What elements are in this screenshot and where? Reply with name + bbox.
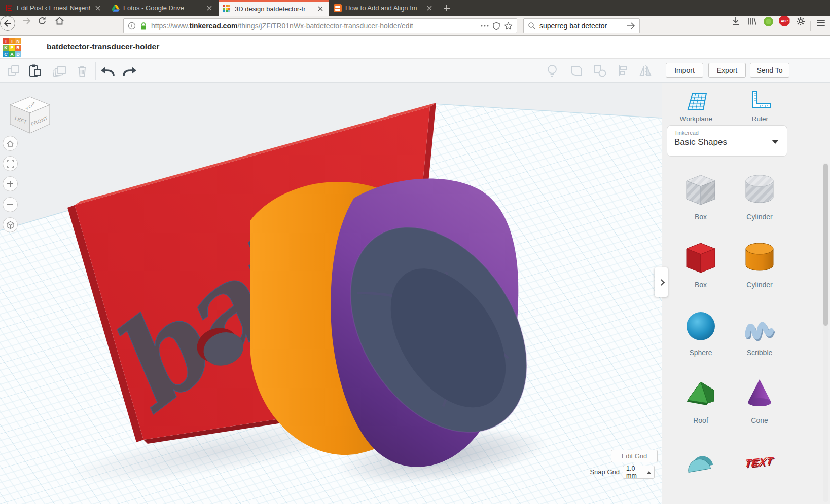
- snap-caret-icon: [647, 471, 651, 474]
- page-actions-icon[interactable]: [481, 24, 489, 27]
- group-button[interactable]: [569, 63, 584, 79]
- shape-cylinder-hole-image: [741, 172, 778, 208]
- download-icon: [731, 17, 740, 26]
- downloads-button[interactable]: [730, 16, 741, 27]
- forward-button[interactable]: [21, 15, 32, 26]
- edit-grid-button[interactable]: Edit Grid: [611, 450, 658, 462]
- search-bar[interactable]: superreg bat detector: [523, 18, 640, 33]
- perspective-toggle-button[interactable]: [3, 217, 18, 232]
- url-bar[interactable]: https://www.tinkercad.com/things/jZFiTR0…: [123, 18, 517, 33]
- design-title[interactable]: batdetector-transducer-holder: [47, 42, 159, 51]
- ruler-tool[interactable]: Ruler: [730, 89, 790, 123]
- tab-google-drive[interactable]: Fotos - Google Drive: [107, 0, 218, 16]
- show-all-button[interactable]: [545, 63, 560, 79]
- shape-box-hole-image: [682, 172, 719, 208]
- tab-instructables[interactable]: How to Add and Align Im: [330, 0, 438, 16]
- library-icon: [747, 17, 757, 26]
- redo-button[interactable]: [122, 63, 137, 79]
- shape-roof[interactable]: Roof: [674, 376, 728, 424]
- fit-view-button[interactable]: [3, 156, 18, 171]
- snap-grid-select[interactable]: 1.0 mm: [623, 466, 655, 479]
- delete-button[interactable]: [75, 63, 90, 79]
- shape-label: Sphere: [674, 348, 728, 357]
- perspective-icon: [6, 221, 15, 229]
- shapes-panel: Workplane Ruler Tinkercad Basic Shapes B…: [662, 83, 830, 504]
- shape-box-hole[interactable]: Box: [674, 172, 728, 221]
- home-view-icon: [6, 140, 14, 147]
- copy-button[interactable]: [6, 63, 21, 79]
- forward-icon: [23, 17, 31, 24]
- home-button[interactable]: [54, 15, 65, 26]
- tab-close-icon[interactable]: [205, 4, 213, 12]
- tab-close-icon[interactable]: [425, 4, 434, 12]
- redo-icon: [122, 64, 137, 77]
- browser-tab-bar: Edit Post ‹ Ernest Neijenh Fotos - Googl…: [0, 0, 830, 16]
- home-view-button[interactable]: [3, 136, 18, 151]
- adblock-button[interactable]: ABP: [779, 15, 790, 26]
- url-text: https://www.tinkercad.com/things/jZFiTR0…: [151, 22, 477, 30]
- shape-cylinder-hole[interactable]: Cylinder: [733, 172, 786, 221]
- reload-button[interactable]: [37, 15, 48, 26]
- export-button[interactable]: Export: [708, 63, 746, 78]
- tab-close-icon[interactable]: [316, 5, 324, 13]
- shape-cylinder-image: [741, 240, 778, 276]
- undo-icon: [99, 64, 115, 77]
- shape-text[interactable]: TEXT TEXT: [733, 444, 786, 481]
- ungroup-button[interactable]: [592, 63, 607, 79]
- shape-cylinder[interactable]: Cylinder: [733, 240, 786, 289]
- library-brand: Tinkercad: [674, 130, 780, 136]
- send-to-button[interactable]: Send To: [750, 63, 789, 78]
- bookmark-star-icon[interactable]: [504, 22, 513, 30]
- zoom-out-button[interactable]: [3, 197, 18, 212]
- panel-scrollbar[interactable]: [823, 163, 828, 502]
- workplane-label: Workplane: [666, 115, 727, 123]
- shape-scribble[interactable]: Scribble: [733, 308, 786, 357]
- browser-nav-bar: https://www.tinkercad.com/things/jZFiTR0…: [0, 16, 830, 36]
- menu-button[interactable]: [815, 17, 826, 28]
- ruler-icon: [747, 89, 773, 111]
- new-tab-button[interactable]: [440, 2, 453, 14]
- workplane-tool[interactable]: Workplane: [666, 89, 727, 123]
- shape-cone[interactable]: Cone: [733, 376, 786, 424]
- search-value: superreg bat detector: [539, 22, 623, 30]
- shape-label: Cylinder: [733, 281, 786, 289]
- import-button[interactable]: Import: [666, 63, 703, 78]
- paste-button[interactable]: [27, 63, 43, 79]
- undo-button[interactable]: [99, 63, 115, 79]
- shape-box-image: [682, 240, 719, 276]
- design-viewport[interactable]: bat TOP LEFT FRONT: [0, 83, 662, 504]
- zoom-in-button[interactable]: [3, 176, 18, 191]
- search-go-icon[interactable]: [626, 22, 635, 29]
- tab-tinkercad-active[interactable]: 3D design batdetector-tr: [219, 0, 329, 16]
- view-cube[interactable]: TOP LEFT FRONT: [6, 93, 57, 143]
- library-selected: Basic Shapes: [674, 137, 780, 147]
- fit-view-icon: [7, 160, 14, 168]
- tab-title: 3D design batdetector-tr: [235, 5, 313, 13]
- shape-label: Box: [674, 281, 728, 289]
- settings-button[interactable]: [795, 16, 806, 27]
- tinkercad-logo[interactable]: TIN KER CAD: [3, 38, 21, 57]
- google-drive-icon: [112, 4, 120, 12]
- library-button[interactable]: [746, 16, 757, 27]
- back-button[interactable]: [0, 16, 15, 31]
- scrollbar-thumb[interactable]: [823, 164, 828, 326]
- tinkercad-header: TIN KER CAD batdetector-transducer-holde…: [0, 36, 830, 59]
- duplicate-button[interactable]: [52, 63, 67, 79]
- align-button[interactable]: [616, 63, 631, 79]
- tab-close-icon[interactable]: [94, 4, 102, 12]
- mirror-button[interactable]: [638, 63, 653, 79]
- tinkercad-icon: [223, 5, 231, 13]
- pocket-shield-icon[interactable]: [492, 22, 500, 30]
- tab-edit-post[interactable]: Edit Post ‹ Ernest Neijenh: [1, 0, 106, 16]
- shape-round-roof[interactable]: [674, 444, 728, 484]
- shape-sphere-image: [682, 308, 719, 343]
- page-info-icon[interactable]: [128, 22, 136, 30]
- shape-box[interactable]: Box: [674, 240, 728, 289]
- shape-roof-image: [682, 376, 719, 411]
- panel-collapse-handle[interactable]: [655, 267, 668, 297]
- scene-3d[interactable]: bat: [0, 83, 662, 504]
- shape-library-dropdown[interactable]: Tinkercad Basic Shapes: [667, 125, 787, 157]
- paste-icon: [28, 64, 42, 78]
- shape-sphere[interactable]: Sphere: [674, 308, 728, 357]
- addon-button[interactable]: [763, 16, 774, 27]
